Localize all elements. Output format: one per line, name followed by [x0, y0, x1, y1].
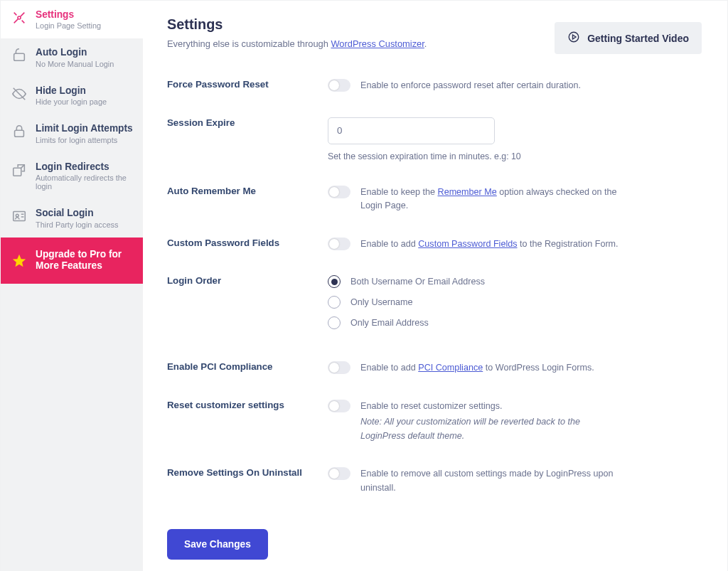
sidebar-item-auto-login[interactable]: Auto Login No More Manual Login [1, 38, 143, 76]
svg-point-7 [569, 32, 579, 42]
setting-reset-customizer: Reset customizer settings Enable to rese… [167, 388, 702, 457]
setting-session-expire: Session Expire Set the session expiratio… [167, 106, 702, 174]
setting-label: Auto Remember Me [167, 186, 328, 196]
wp-customizer-link[interactable]: WordPress Customizer [331, 38, 424, 49]
setting-desc: Enable to add PCI Compliance to WordPres… [360, 361, 594, 375]
radio-label: Both Username Or Email Address [350, 277, 485, 287]
nav-title: Hide Login [36, 85, 107, 97]
settings-icon [11, 9, 27, 25]
svg-marker-8 [573, 35, 577, 39]
remember-me-link[interactable]: Remember Me [438, 187, 497, 197]
custom-password-link[interactable]: Custom Password Fields [418, 239, 517, 249]
save-changes-button[interactable]: Save Changes [167, 529, 268, 560]
svg-rect-1 [14, 54, 25, 61]
sidebar: Settings Login Page Setting Auto Login N… [1, 1, 143, 571]
redirects-icon [11, 161, 27, 177]
setting-label: Force Password Reset [167, 79, 328, 90]
main-panel: Getting Started Video Settings Everythin… [143, 1, 727, 571]
nav-title: Limit Login Attempts [36, 123, 133, 134]
setting-desc: Enable to add Custom Password Fields to … [360, 238, 619, 252]
nav-sub: Hide your login page [36, 97, 107, 106]
radio-login-order-username[interactable]: Only Username [328, 296, 485, 309]
setting-label: Custom Password Fields [167, 238, 328, 248]
auto-login-icon [11, 47, 27, 63]
setting-custom-password-fields: Custom Password Fields Enable to add Cus… [167, 226, 702, 265]
setting-label: Login Order [167, 275, 328, 286]
radio-label: Only Username [350, 297, 413, 307]
toggle-reset-customizer[interactable] [328, 400, 350, 412]
setting-remove-on-uninstall: Remove Settings On Uninstall Enable to r… [167, 456, 702, 508]
sidebar-item-settings[interactable]: Settings Login Page Setting [1, 1, 143, 38]
nav-sub: Login Page Setting [36, 21, 101, 30]
setting-label: Session Expire [167, 117, 328, 128]
setting-desc: Enable to enforce password reset after c… [360, 79, 581, 93]
nav-title: Auto Login [36, 47, 114, 58]
pci-link[interactable]: PCI Compliance [418, 363, 483, 373]
limit-attempts-icon [11, 123, 27, 139]
svg-point-5 [16, 215, 18, 218]
session-expire-hint: Set the session expiration time in minut… [328, 151, 521, 161]
svg-marker-6 [13, 255, 26, 267]
star-icon [11, 252, 27, 268]
setting-desc: Enable to reset customizer settings. Not… [360, 400, 626, 444]
radio-icon [328, 316, 341, 329]
radio-label: Only Email Address [350, 318, 429, 328]
nav-title: Social Login [36, 208, 118, 219]
toggle-pci[interactable] [328, 361, 350, 374]
sidebar-item-upgrade[interactable]: Upgrade to Pro for More Features [1, 238, 143, 284]
setting-force-password-reset: Force Password Reset Enable to enforce p… [167, 68, 702, 106]
toggle-remove-uninstall[interactable] [328, 467, 350, 480]
nav-sub: Limits for login attempts [36, 136, 133, 144]
getting-started-button[interactable]: Getting Started Video [555, 22, 702, 54]
play-circle-icon [567, 31, 580, 46]
upgrade-title: Upgrade to Pro for More Features [36, 249, 133, 272]
setting-label: Remove Settings On Uninstall [167, 467, 328, 478]
setting-label: Reset customizer settings [167, 400, 328, 410]
nav-title: Login Redirects [36, 161, 133, 173]
svg-point-0 [18, 16, 21, 19]
sidebar-item-login-redirects[interactable]: Login Redirects Automatically redirects … [1, 153, 143, 199]
social-login-icon [11, 208, 27, 223]
setting-desc: Enable to remove all custom settings mad… [360, 467, 626, 495]
radio-icon [328, 275, 341, 288]
nav-sub: No More Manual Login [36, 60, 114, 68]
setting-login-order: Login Order Both Username Or Email Addre… [167, 264, 702, 350]
nav-sub: Automatically redirects the login [36, 174, 133, 191]
setting-desc: Enable to keep the Remember Me option al… [360, 186, 626, 213]
session-expire-input[interactable] [328, 117, 495, 144]
sidebar-item-social-login[interactable]: Social Login Third Party login access [1, 199, 143, 237]
radio-icon [328, 296, 341, 309]
nav-sub: Third Party login access [36, 220, 118, 229]
radio-login-order-both[interactable]: Both Username Or Email Address [328, 275, 485, 288]
svg-rect-3 [14, 168, 21, 176]
toggle-force-password[interactable] [328, 79, 350, 92]
sidebar-item-hide-login[interactable]: Hide Login Hide your login page [1, 77, 143, 114]
setting-auto-remember: Auto Remember Me Enable to keep the Reme… [167, 174, 702, 226]
setting-pci-compliance: Enable PCI Compliance Enable to add PCI … [167, 350, 702, 388]
toggle-auto-remember[interactable] [328, 186, 350, 198]
svg-rect-2 [15, 131, 24, 137]
setting-note: Note: All your customization will be rev… [360, 415, 626, 443]
nav-title: Settings [36, 9, 101, 21]
setting-label: Enable PCI Compliance [167, 361, 328, 372]
toggle-custom-password[interactable] [328, 238, 350, 250]
radio-login-order-email[interactable]: Only Email Address [328, 316, 485, 329]
getting-started-label: Getting Started Video [587, 33, 689, 44]
sidebar-item-limit-attempts[interactable]: Limit Login Attempts Limits for login at… [1, 114, 143, 152]
hide-login-icon [11, 85, 27, 101]
